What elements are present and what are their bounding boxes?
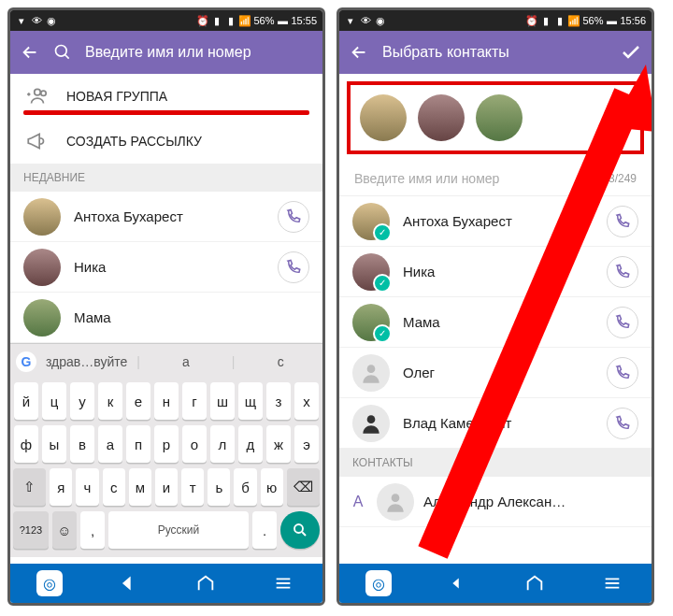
teamviewer-button[interactable]: ◎ <box>10 570 89 596</box>
highlight-underline <box>23 110 309 115</box>
suggestion[interactable]: с <box>244 354 317 369</box>
contact-name: Ника <box>403 264 435 279</box>
contact-row[interactable]: Мама <box>10 293 322 343</box>
call-button[interactable] <box>607 307 638 338</box>
back-button[interactable] <box>89 573 167 594</box>
call-button[interactable] <box>607 256 638 288</box>
key[interactable]: н <box>154 382 179 420</box>
recent-apps-button[interactable] <box>245 573 323 594</box>
avatar: ✓ <box>352 253 390 291</box>
search-key[interactable] <box>280 511 320 549</box>
key[interactable]: э <box>294 425 319 463</box>
selected-avatar[interactable] <box>476 94 523 141</box>
key[interactable]: ц <box>42 382 66 420</box>
signal-icon: ▮ <box>225 15 236 26</box>
key[interactable]: е <box>126 382 150 420</box>
contact-row[interactable]: ✓ Мама <box>339 297 652 348</box>
avatar <box>23 249 61 286</box>
contact-row[interactable]: Ника <box>10 242 322 293</box>
key[interactable]: щ <box>238 382 263 420</box>
key[interactable]: ш <box>210 382 235 420</box>
call-button[interactable] <box>607 206 638 237</box>
contact-name: Мама <box>403 314 440 330</box>
period-key[interactable]: . <box>252 511 277 549</box>
confirm-check-icon[interactable] <box>620 41 642 64</box>
key[interactable]: о <box>182 425 207 463</box>
key[interactable]: я <box>50 468 72 506</box>
back-icon[interactable] <box>349 42 369 63</box>
key[interactable]: л <box>210 425 235 463</box>
key[interactable]: д <box>238 425 263 463</box>
svg-point-1 <box>35 89 41 95</box>
contact-row[interactable]: ✓ Антоха Бухарест <box>339 196 652 247</box>
key[interactable]: б <box>234 468 256 506</box>
emoji-key[interactable]: ☺ <box>52 511 77 549</box>
group-add-icon <box>25 84 50 108</box>
teamviewer-icon: ◉ <box>375 15 386 26</box>
system-navbar: ◎ <box>339 564 652 603</box>
back-button[interactable] <box>418 573 496 594</box>
key[interactable]: й <box>14 382 38 420</box>
status-time: 15:56 <box>620 15 646 26</box>
call-button[interactable] <box>278 251 309 283</box>
megaphone-icon <box>25 129 50 153</box>
new-group-option[interactable]: НОВАЯ ГРУППА <box>10 74 322 119</box>
selected-badge-icon: ✓ <box>373 324 392 343</box>
key[interactable]: ы <box>42 425 66 463</box>
call-button[interactable] <box>278 201 309 233</box>
key[interactable]: ч <box>76 468 98 506</box>
call-button[interactable] <box>607 408 638 439</box>
backspace-key[interactable]: ⌫ <box>287 468 320 506</box>
contact-row[interactable]: Влад Камендант <box>339 398 652 449</box>
key[interactable]: с <box>103 468 125 506</box>
key[interactable]: и <box>155 468 178 506</box>
key[interactable]: к <box>98 382 122 420</box>
space-key[interactable]: Русский <box>108 511 249 549</box>
person-icon <box>383 490 408 514</box>
contact-name: Олег <box>403 365 435 380</box>
call-button[interactable] <box>607 357 638 389</box>
key[interactable]: ж <box>266 425 291 463</box>
key[interactable]: у <box>70 382 94 420</box>
home-button[interactable] <box>166 573 245 594</box>
battery-percentage: 56% <box>253 15 274 26</box>
shift-key[interactable]: ⇧ <box>13 468 46 506</box>
selected-avatar[interactable] <box>418 94 465 141</box>
suggestion[interactable]: здрав…вуйте <box>46 354 127 369</box>
key[interactable]: м <box>129 468 151 506</box>
suggestion-bar: G здрав…вуйте | а | с <box>10 343 322 379</box>
search-row[interactable]: Введите имя или номер 3/249 <box>339 162 652 196</box>
teamviewer-button[interactable]: ◎ <box>339 570 418 596</box>
contact-row[interactable]: ✓ Ника <box>339 247 652 297</box>
key[interactable]: г <box>182 382 207 420</box>
phone-icon <box>614 213 631 230</box>
signal-icon: ▮ <box>540 15 551 26</box>
comma-key[interactable]: , <box>80 511 105 549</box>
dropdown-icon: ▾ <box>16 15 27 26</box>
suggestion[interactable]: а <box>150 354 222 369</box>
search-input[interactable]: Введите имя или номер <box>85 44 251 61</box>
key[interactable]: п <box>126 425 150 463</box>
key[interactable]: в <box>70 425 94 463</box>
key[interactable]: р <box>154 425 179 463</box>
back-icon[interactable] <box>20 42 40 63</box>
key[interactable]: ф <box>14 425 38 463</box>
avatar <box>23 299 61 337</box>
contact-row[interactable]: Олег <box>339 348 652 398</box>
selected-avatar[interactable] <box>360 94 407 141</box>
key[interactable]: т <box>181 468 204 506</box>
key[interactable]: ь <box>208 468 230 506</box>
contact-row[interactable]: Антоха Бухарест <box>10 192 322 242</box>
person-icon <box>359 361 383 385</box>
google-icon[interactable]: G <box>16 351 36 372</box>
key[interactable]: а <box>98 425 122 463</box>
home-button[interactable] <box>495 573 574 594</box>
recent-apps-button[interactable] <box>574 573 652 594</box>
key[interactable]: з <box>266 382 291 420</box>
key[interactable]: ю <box>261 468 283 506</box>
create-broadcast-option[interactable]: СОЗДАТЬ РАССЫЛКУ <box>10 119 322 164</box>
numbers-key[interactable]: ?123 <box>13 511 49 549</box>
contact-row[interactable]: A Александр Алексан… <box>339 477 652 527</box>
recent-section-header: НЕДАВНИЕ <box>10 164 322 192</box>
key[interactable]: х <box>294 382 319 420</box>
